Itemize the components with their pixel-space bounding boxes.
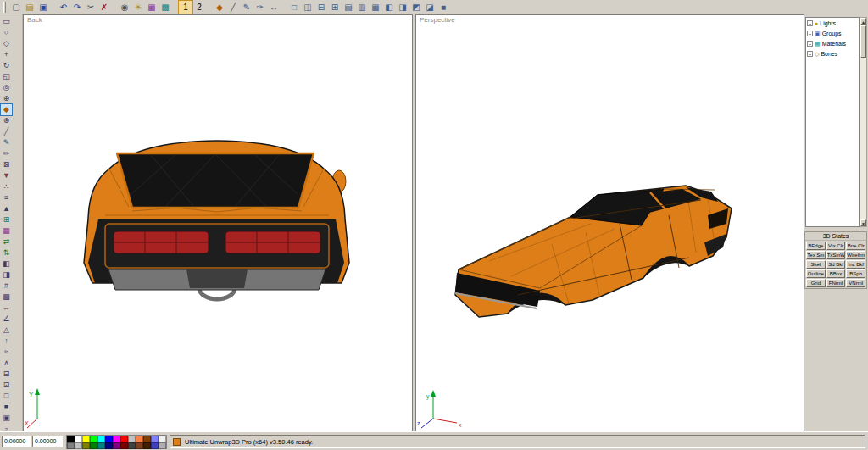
palette-swatch[interactable] bbox=[105, 436, 113, 442]
brush-tool[interactable]: ✏ bbox=[1, 148, 12, 159]
texture-icon[interactable]: ▩ bbox=[159, 1, 172, 14]
layout-right-icon[interactable]: ◨ bbox=[396, 1, 409, 14]
state-fnrml-button[interactable]: FNrml bbox=[826, 279, 846, 287]
material-icon[interactable]: ▦ bbox=[145, 1, 159, 14]
state-bne-clr-button[interactable]: Bne Clr bbox=[846, 242, 865, 250]
viewport-back[interactable]: Back bbox=[23, 14, 413, 431]
palette-swatch[interactable] bbox=[97, 442, 105, 449]
tree-item-lights[interactable]: +●Lights bbox=[807, 19, 859, 28]
eraser-tool[interactable]: ⊠ bbox=[1, 159, 12, 170]
align-left-tool[interactable]: ◧ bbox=[1, 258, 12, 269]
axis-tool[interactable]: ◬ bbox=[1, 325, 12, 336]
toolbar-grip[interactable] bbox=[3, 2, 6, 13]
tree-item-bones[interactable]: +◇Bones bbox=[807, 49, 859, 58]
pen-icon[interactable]: ✎ bbox=[240, 1, 253, 14]
weld-tool[interactable]: ⊗ bbox=[1, 115, 12, 126]
palette-swatch[interactable] bbox=[128, 442, 136, 449]
state-bsph-button[interactable]: BSph bbox=[846, 269, 865, 278]
pin-tool[interactable]: ▼ bbox=[1, 170, 12, 181]
palette-swatch[interactable] bbox=[136, 442, 143, 449]
layout-split-h-icon[interactable]: ◫ bbox=[301, 1, 314, 14]
coordinate-y-field[interactable]: 0.00000 bbox=[32, 436, 63, 447]
ruler-tool[interactable]: ↔ bbox=[1, 303, 12, 314]
vertex-mode-tool[interactable]: ∴ bbox=[1, 181, 12, 192]
state-wirefrm-button[interactable]: Wirefrm bbox=[846, 251, 865, 259]
palette-swatch[interactable] bbox=[90, 442, 97, 449]
layout-bottom-right-icon[interactable]: ◪ bbox=[423, 1, 437, 14]
state-txsmwr-button[interactable]: TxSmWr bbox=[826, 251, 846, 259]
snap-tool[interactable]: # bbox=[1, 281, 12, 292]
subdivide-tool[interactable]: ⊟ bbox=[1, 369, 12, 380]
palette-swatch[interactable] bbox=[151, 442, 159, 449]
palette-swatch[interactable] bbox=[136, 436, 143, 442]
uv-map-tool[interactable]: ⊞ bbox=[1, 214, 12, 225]
state-outline-button[interactable]: Outline bbox=[806, 269, 826, 278]
collapse-tool[interactable]: ⊡ bbox=[1, 380, 12, 391]
expander-plus-icon[interactable]: + bbox=[807, 31, 813, 36]
show-tool[interactable]: ■ bbox=[1, 402, 12, 413]
light-icon[interactable]: ☀ bbox=[131, 1, 145, 14]
palette-swatch[interactable] bbox=[159, 442, 166, 449]
align-right-tool[interactable]: ◨ bbox=[1, 269, 12, 281]
scene-tree-scrollbar[interactable]: ▲ ▼ bbox=[860, 17, 867, 227]
expander-plus-icon[interactable]: + bbox=[807, 20, 813, 26]
new-file-icon[interactable]: ▢ bbox=[9, 1, 23, 14]
scrollbar-thumb[interactable] bbox=[860, 25, 866, 58]
normal-tool[interactable]: ↑ bbox=[1, 336, 12, 347]
state-grid-button[interactable]: Grid bbox=[806, 279, 826, 287]
select-lasso-tool[interactable]: ◇ bbox=[1, 38, 12, 49]
state-bedge-button[interactable]: BEdge bbox=[806, 242, 826, 250]
smooth-tool[interactable]: ≈ bbox=[1, 347, 12, 358]
state-skel-button[interactable]: Skel bbox=[806, 260, 826, 269]
palette-swatch[interactable] bbox=[67, 442, 75, 449]
palette-swatch[interactable] bbox=[143, 436, 151, 442]
layout-single-icon[interactable]: □ bbox=[287, 1, 301, 14]
palette-swatch[interactable] bbox=[120, 442, 128, 449]
pen-tool[interactable]: ✎ bbox=[1, 137, 12, 148]
pan-tool[interactable]: ⊕ bbox=[1, 93, 12, 104]
magnet-icon[interactable]: ◆ bbox=[213, 1, 226, 14]
one-view-button[interactable]: 1 bbox=[179, 1, 192, 14]
palette-swatch[interactable] bbox=[90, 436, 97, 442]
dropper-icon[interactable]: ✑ bbox=[253, 1, 267, 14]
palette-swatch[interactable] bbox=[105, 442, 113, 449]
select-rect-tool[interactable]: ▭ bbox=[1, 16, 12, 27]
palette-swatch[interactable] bbox=[75, 442, 82, 449]
scroll-down-icon[interactable]: ▼ bbox=[860, 219, 866, 226]
palette-swatch[interactable] bbox=[97, 436, 105, 442]
tree-item-groups[interactable]: +▣Groups bbox=[807, 29, 859, 38]
state-vnrml-button[interactable]: VNrml bbox=[846, 279, 865, 287]
rotate-tool[interactable]: ↻ bbox=[1, 60, 12, 71]
hide-tool[interactable]: □ bbox=[1, 391, 12, 402]
palette-swatch[interactable] bbox=[151, 436, 159, 442]
state-inc-bkf-button[interactable]: Inc Bkf bbox=[846, 260, 865, 269]
knife-tool[interactable]: ╱ bbox=[1, 126, 12, 137]
sharp-tool[interactable]: ∧ bbox=[1, 358, 12, 369]
cut-icon[interactable]: ✂ bbox=[84, 1, 97, 14]
layout-grid-icon[interactable]: ▦ bbox=[369, 1, 382, 14]
expander-plus-icon[interactable]: + bbox=[807, 51, 813, 57]
edge-mode-tool[interactable]: ≡ bbox=[1, 192, 12, 203]
open-file-icon[interactable]: ▤ bbox=[23, 1, 36, 14]
palette-swatch[interactable] bbox=[67, 436, 75, 442]
layout-cols-icon[interactable]: ▥ bbox=[355, 1, 369, 14]
palette-swatch[interactable] bbox=[143, 442, 151, 449]
coordinate-x-field[interactable]: 0.00000 bbox=[2, 436, 31, 447]
angle-tool[interactable]: ∠ bbox=[1, 314, 12, 325]
undo-icon[interactable]: ↶ bbox=[57, 1, 70, 14]
measure-icon[interactable]: ↔ bbox=[267, 1, 281, 14]
state-sd-bkf-button[interactable]: Sd Bkf bbox=[826, 260, 846, 269]
zoom-tool[interactable]: ◎ bbox=[1, 82, 12, 93]
scale-tool[interactable]: ◱ bbox=[1, 71, 12, 82]
palette-swatch[interactable] bbox=[82, 436, 90, 442]
layout-split-v-icon[interactable]: ⊟ bbox=[314, 1, 328, 14]
redo-icon[interactable]: ↷ bbox=[70, 1, 84, 14]
mirror-tool[interactable]: ⇄ bbox=[1, 236, 12, 247]
layout-full-icon[interactable]: ■ bbox=[437, 1, 450, 14]
tree-item-materials[interactable]: +▦Materials bbox=[807, 39, 859, 48]
palette-swatch[interactable] bbox=[113, 442, 120, 449]
layout-quad-icon[interactable]: ⊞ bbox=[328, 1, 342, 14]
texture-tool[interactable]: ▦ bbox=[1, 225, 12, 236]
state-tex-sm-button[interactable]: Tex Sm bbox=[806, 251, 826, 259]
select-circle-tool[interactable]: ○ bbox=[1, 27, 12, 38]
